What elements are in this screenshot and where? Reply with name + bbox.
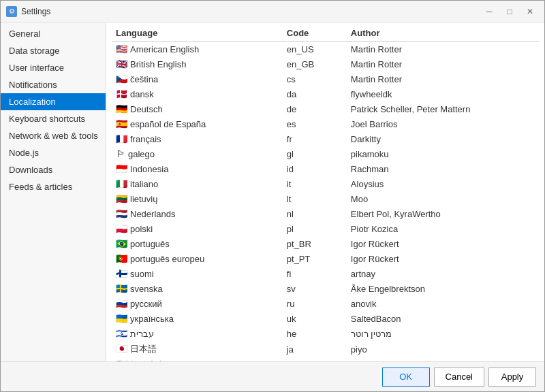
- author-cell: Igor Rückert: [347, 251, 539, 266]
- author-cell: Martin Rotter: [347, 56, 539, 71]
- window-content: GeneralData storageUser interfaceNotific…: [1, 22, 544, 361]
- table-row[interactable]: 🇵🇱polskiplPiotr Kozica: [112, 221, 539, 236]
- sidebar-item-notifications[interactable]: Notifications: [1, 76, 106, 93]
- language-cell: 🇺🇦українська: [112, 311, 283, 326]
- language-cell: 🇬🇧British English: [112, 56, 283, 71]
- flag-icon: 🇪🇸: [116, 118, 127, 129]
- language-cell: 🇮🇹italiano: [112, 176, 283, 191]
- author-cell: artnay: [347, 266, 539, 281]
- sidebar-item-feeds-articles[interactable]: Feeds & articles: [1, 178, 106, 195]
- flag-icon: 🇧🇷: [116, 238, 127, 249]
- language-cell: 🇱🇹lietuvių: [112, 191, 283, 206]
- maximize-button[interactable]: □: [501, 5, 518, 18]
- code-cell: it: [283, 176, 347, 191]
- code-cell: fr: [283, 131, 347, 146]
- flag-icon: 🇱🇹: [116, 193, 127, 204]
- code-cell: uk: [283, 311, 347, 326]
- table-row[interactable]: 🇳🇱NederlandsnlElbert Pol, KyraWertho: [112, 206, 539, 221]
- language-cell: 🇩🇪Deutsch: [112, 101, 283, 116]
- table-row[interactable]: 🇮🇹italianoitAloysius: [112, 176, 539, 191]
- settings-window: ⚙ Settings ─ □ ✕ GeneralData storageUser…: [0, 0, 545, 392]
- author-cell: Darkitty: [347, 131, 539, 146]
- sidebar-item-user-interface[interactable]: User interface: [1, 59, 106, 76]
- code-cell: id: [283, 161, 347, 176]
- flag-icon: 🇵🇹: [116, 253, 127, 264]
- code-cell: nl: [283, 206, 347, 221]
- sidebar-item-network-web-tools[interactable]: Network & web & tools: [1, 127, 106, 144]
- table-row[interactable]: 🇮🇱עבריתheמרטין רוטר: [112, 326, 539, 341]
- sidebar-item-data-storage[interactable]: Data storage: [1, 42, 106, 59]
- author-cell: Aloysius: [347, 176, 539, 191]
- code-cell: sv: [283, 281, 347, 296]
- table-row[interactable]: 🇵🇹português europeupt_PTIgor Rückert: [112, 251, 539, 266]
- window-title: Settings: [21, 7, 50, 16]
- apply-button[interactable]: Apply: [488, 368, 536, 387]
- minimize-button[interactable]: ─: [480, 5, 498, 18]
- flag-icon: 🇸🇪: [116, 283, 127, 294]
- table-row[interactable]: 🇺🇸American Englishen_USMartin Rotter: [112, 42, 539, 57]
- flag-icon: 🇨🇿: [116, 74, 127, 84]
- code-cell: pt_BR: [283, 236, 347, 251]
- code-cell: he: [283, 326, 347, 341]
- language-cell: 🇵🇱polski: [112, 221, 283, 236]
- table-row[interactable]: 🇪🇸español de EspañaesJoel Barrios: [112, 116, 539, 131]
- author-cell: Martin Rotter: [347, 71, 539, 86]
- table-row[interactable]: 🇮🇩IndonesiaidRachman: [112, 161, 539, 176]
- table-row[interactable]: 🇩🇪DeutschdePatrick Scheller, Peter Matte…: [112, 101, 539, 116]
- flag-icon: 🇺🇦: [116, 313, 127, 324]
- flag-icon: 🇫🇮: [116, 268, 127, 279]
- language-table: Language Code Author 🇺🇸American Englishe…: [112, 25, 539, 361]
- ok-button[interactable]: OK: [382, 368, 430, 387]
- flag-icon: 🇬🇧: [116, 59, 127, 69]
- language-cell: 🇳🇱Nederlands: [112, 206, 283, 221]
- author-cell: מרטין רוטר: [347, 326, 539, 341]
- sidebar-item-keyboard-shortcuts[interactable]: Keyboard shortcuts: [1, 110, 106, 127]
- table-row[interactable]: 🇸🇪svenskasvÅke Engelbrektson: [112, 281, 539, 296]
- flag-icon: 🇵🇱: [116, 223, 127, 234]
- flag-icon: 🇮🇹: [116, 178, 127, 189]
- table-row[interactable]: 🇺🇦українськаukSaltedBacon: [112, 311, 539, 326]
- table-row[interactable]: 🇫🇷françaisfrDarkitty: [112, 131, 539, 146]
- table-row[interactable]: 🇫🇮suomifiartnay: [112, 266, 539, 281]
- code-cell: en_GB: [283, 56, 347, 71]
- code-cell: de: [283, 101, 347, 116]
- author-cell: pikamoku: [347, 146, 539, 161]
- code-cell: da: [283, 86, 347, 101]
- col-header-author: Author: [347, 25, 539, 42]
- author-cell: flywheeldk: [347, 86, 539, 101]
- col-header-language: Language: [112, 25, 283, 42]
- table-row[interactable]: 🇷🇺русскийruanovik: [112, 296, 539, 311]
- titlebar-controls: ─ □ ✕: [480, 5, 539, 18]
- close-button[interactable]: ✕: [521, 5, 539, 18]
- sidebar-item-localization[interactable]: Localization: [1, 93, 106, 110]
- table-row[interactable]: 🇧🇷portuguêspt_BRIgor Rückert: [112, 236, 539, 251]
- titlebar-left: ⚙ Settings: [6, 6, 50, 17]
- sidebar-item-general[interactable]: General: [1, 25, 106, 42]
- sidebar-item-downloads[interactable]: Downloads: [1, 161, 106, 178]
- table-row[interactable]: 🇱🇹lietuviųltMoo: [112, 191, 539, 206]
- language-cell: 🇮🇩Indonesia: [112, 161, 283, 176]
- footer: OK Cancel Apply: [1, 361, 544, 391]
- author-cell: Elbert Pol, KyraWertho: [347, 206, 539, 221]
- language-cell: 🇪🇸español de España: [112, 116, 283, 131]
- code-cell: pl: [283, 221, 347, 236]
- language-cell: 🏳galego: [112, 146, 283, 161]
- code-cell: pt_PT: [283, 251, 347, 266]
- sidebar: GeneralData storageUser interfaceNotific…: [1, 22, 106, 361]
- sidebar-item-nodejs[interactable]: Node.js: [1, 144, 106, 161]
- cancel-button[interactable]: Cancel: [434, 368, 484, 387]
- author-cell: piyo: [347, 341, 539, 357]
- language-cell: 🇵🇹português europeu: [112, 251, 283, 266]
- table-row[interactable]: 🏳galegoglpikamoku: [112, 146, 539, 161]
- author-cell: Rachman: [347, 161, 539, 176]
- flag-icon: 🇩🇪: [116, 103, 127, 114]
- titlebar: ⚙ Settings ─ □ ✕: [1, 1, 544, 22]
- table-row[interactable]: 🇩🇰danskdaflywheeldk: [112, 86, 539, 101]
- table-row[interactable]: 🇨🇿češtinacsMartin Rotter: [112, 71, 539, 86]
- table-row[interactable]: 🇯🇵日本語japiyo: [112, 341, 539, 357]
- author-cell: SaltedBacon: [347, 311, 539, 326]
- app-icon: ⚙: [6, 6, 17, 17]
- language-cell: 🇩🇰dansk: [112, 86, 283, 101]
- table-row[interactable]: 🇬🇧British Englishen_GBMartin Rotter: [112, 56, 539, 71]
- language-table-container[interactable]: Language Code Author 🇺🇸American Englishe…: [106, 22, 544, 361]
